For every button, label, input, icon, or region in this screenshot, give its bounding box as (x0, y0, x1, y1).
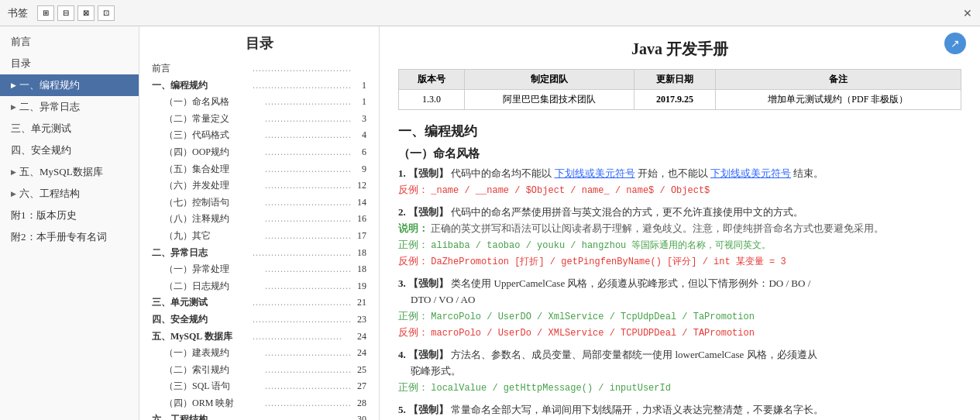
toc-entry[interactable]: （二）索引规约.................................… (152, 362, 366, 379)
rule-num: 4. (398, 349, 408, 360)
main-layout: 前言 目录 ▶ 一、编程规约 ▶ 二、异常日志 三、单元测试 四、安全规约 ▶ … (0, 26, 980, 420)
toc-entry-page: 18 (351, 261, 366, 278)
toc-entry-page: 30 (351, 411, 366, 420)
toc-entry-page: 19 (351, 278, 366, 295)
rule-text: 代码中的命名均不能以 (451, 167, 552, 179)
sidebar-item-ch3[interactable]: 三、单元测试 (0, 118, 139, 139)
sidebar-item-label: 四、安全规约 (11, 143, 71, 157)
toc-entry-page: 25 (351, 362, 366, 379)
rule-link1: 下划线或美元符号 (555, 167, 635, 179)
toc-entry[interactable]: （三）SQL 语句...............................… (152, 378, 366, 395)
col-date: 更新日期 (634, 70, 715, 90)
toc-entry[interactable]: 一、编程规约.................................1 (152, 77, 366, 95)
toc-entry-dots: .................................... (265, 211, 351, 228)
toc-entry-label: （五）集合处理 (164, 161, 265, 178)
toc-entry[interactable]: （一）异常处理.................................… (152, 261, 366, 278)
toc-entry[interactable]: （二）常量定义.................................… (152, 111, 366, 128)
toc-entry-dots: ........................................ (265, 228, 351, 245)
rule-text: 代码中的命名严禁使用拼音与英文混合的方式，更不允许直接使用中文的方式。 (451, 206, 803, 218)
info-table: 版本号 制定团队 更新日期 备注 1.3.0 阿里巴巴集团技术团队 2017.9… (398, 69, 961, 110)
toc-entry[interactable]: （一）建表规约.................................… (152, 345, 366, 362)
toc-entry-label: （六）并发处理 (164, 177, 265, 195)
toc-entry-dots: .................................... (265, 261, 351, 278)
sidebar-item-ch6[interactable]: ▶ 六、工程结构 (0, 183, 139, 205)
toc-entry-dots: .................................... (265, 345, 351, 362)
toc-entry-label: （二）常量定义 (164, 111, 265, 128)
sidebar-item-preface[interactable]: 前言 (0, 31, 139, 53)
toc-entry-page: 24 (351, 329, 366, 346)
toc-entry-page: 3 (351, 111, 366, 128)
rule-2: 2. 【强制】 代码中的命名严禁使用拼音与英文混合的方式，更不允许直接使用中文的… (398, 205, 961, 270)
rule-badge: 【强制】 (408, 277, 449, 289)
rule-badge: 【强制】 (408, 349, 449, 360)
toc-entry[interactable]: 三、单元测试.................................2… (152, 294, 366, 312)
rule-num: 2. (398, 206, 408, 218)
col-note: 备注 (715, 70, 961, 90)
toc-entry[interactable]: 六、工程结构.................................3… (152, 411, 366, 420)
toc-entry-label: （一）异常处理 (164, 261, 265, 278)
wrong-example: DaZhePromotion [打折] / getPingfenByName()… (431, 256, 786, 267)
toc-entry-label: 五、MySQL 数据库 (152, 329, 253, 346)
sidebar-item-app1[interactable]: 附1：版本历史 (0, 205, 139, 226)
toolbar-icon-1[interactable]: ⊞ (37, 5, 54, 21)
toc-entry[interactable]: 二、异常日志.................................1… (152, 245, 366, 262)
toc-entry[interactable]: （七）控制语句.................................… (152, 195, 366, 212)
toc-entry-label: （四）OOP规约 (164, 144, 265, 161)
toc-entry[interactable]: （五）集合处理.................................… (152, 161, 366, 178)
sidebar-item-ch2[interactable]: ▶ 二、异常日志 (0, 96, 139, 118)
toc-entry[interactable]: 四、安全规约.................................2… (152, 312, 366, 329)
toc-entry[interactable]: （四）ORM 映射...............................… (152, 395, 366, 412)
toc-entry[interactable]: （六）并发处理.................................… (152, 177, 366, 195)
sidebar-item-ch4[interactable]: 四、安全规约 (0, 139, 139, 161)
toolbar-icon-4[interactable]: ⊡ (98, 5, 115, 21)
sidebar-item-label: 目录 (11, 57, 31, 71)
toc-entry-dots: .................................... (265, 362, 351, 379)
toolbar-icons: ⊞ ⊟ ⊠ ⊡ (37, 5, 115, 21)
rule-text: 常量命名全部大写，单词间用下划线隔开，力求语义表达完整清楚，不要嫌名字长。 (451, 404, 824, 415)
doc-title: Java 开发手册 (398, 39, 961, 60)
toolbar-icon-3[interactable]: ⊠ (77, 5, 95, 21)
rule-badge: 【强制】 (408, 206, 449, 218)
toc-entry-dots: .................................... (265, 395, 351, 412)
toc-entry-label: （一）建表规约 (164, 345, 265, 362)
sidebar-item-ch1[interactable]: ▶ 一、编程规约 (0, 74, 139, 96)
toc-entry-label: 一、编程规约 (152, 77, 253, 95)
wrong-label: 反例： (398, 255, 428, 267)
toc-entry-page: 6 (351, 144, 366, 161)
toc-entry-page: 21 (351, 294, 366, 312)
toc-entry[interactable]: 前言......................................… (152, 60, 366, 77)
section1-title: 一、编程规约 (398, 122, 961, 140)
rule-text3: 结束。 (793, 167, 824, 179)
rule-num: 3. (398, 277, 408, 289)
arrow-icon: ▶ (11, 168, 16, 176)
toc-entry-page: 23 (351, 312, 366, 329)
toc-entry[interactable]: （八）注释规约.................................… (152, 211, 366, 228)
toc-entry-page: 1 (351, 94, 366, 111)
toolbar-icon-2[interactable]: ⊟ (57, 5, 74, 21)
rule-5: 5. 【强制】 常量命名全部大写，单词间用下划线隔开，力求语义表达完整清楚，不要… (398, 402, 961, 420)
toc-title: 目录 (152, 34, 366, 53)
cell-date: 2017.9.25 (634, 90, 715, 110)
corner-button[interactable]: ↗ (944, 33, 966, 54)
sidebar-item-label: 二、异常日志 (19, 100, 80, 114)
toc-entry-label: （二）日志规约 (164, 278, 265, 295)
toc-entry[interactable]: 五、MySQL 数据库.............................… (152, 329, 366, 346)
sidebar-item-ch5[interactable]: ▶ 五、MySQL数据库 (0, 161, 139, 183)
sidebar-item-app2[interactable]: 附2：本手册专有名词 (0, 226, 139, 248)
toolbar: 书签 ⊞ ⊟ ⊠ ⊡ ✕ (0, 0, 980, 26)
right-label: 正例： (398, 310, 428, 322)
sidebar-item-label: 附2：本手册专有名词 (11, 230, 107, 244)
sidebar-item-toc[interactable]: 目录 (0, 53, 139, 74)
toc-entry-label: （三）SQL 语句 (164, 378, 265, 395)
toc-entry[interactable]: （三）代码格式.................................… (152, 127, 366, 144)
toc-entry[interactable]: （九）其它...................................… (152, 228, 366, 245)
toc-entry[interactable]: （一）命名风格.................................… (152, 94, 366, 111)
toc-entry-label: （三）代码格式 (164, 127, 265, 144)
toc-entry-dots: ................................. (253, 312, 351, 329)
sidebar-item-label: 三、单元测试 (11, 122, 71, 136)
toc-entry-page: 18 (351, 245, 366, 262)
toc-entry[interactable]: （二）日志规约.................................… (152, 278, 366, 295)
toc-entry-label: 四、安全规约 (152, 312, 253, 329)
toc-entry[interactable]: （四）OOP规约................................… (152, 144, 366, 161)
close-button[interactable]: ✕ (963, 7, 972, 19)
